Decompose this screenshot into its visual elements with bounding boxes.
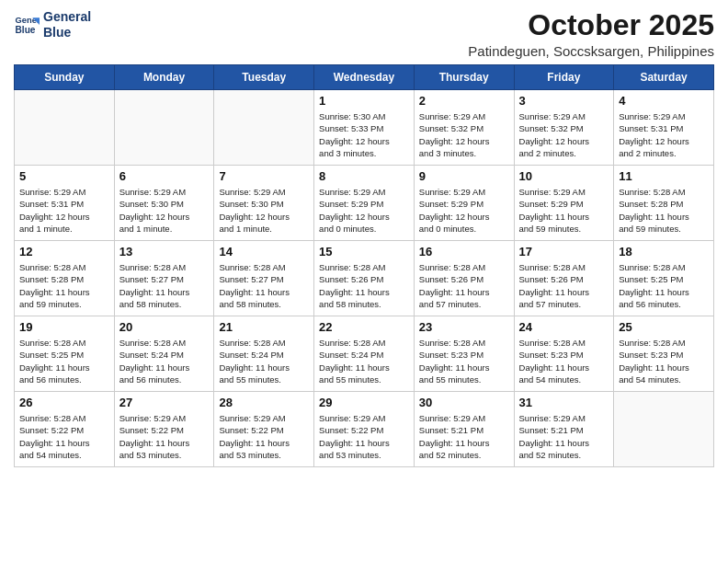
cell-info-27: Sunrise: 5:29 AM Sunset: 5:22 PM Dayligh… — [119, 412, 210, 461]
cell-date-29: 29 — [319, 396, 409, 409]
calendar-cell-27: 27Sunrise: 5:29 AM Sunset: 5:22 PM Dayli… — [114, 392, 214, 467]
calendar-cell-8: 8Sunrise: 5:29 AM Sunset: 5:29 PM Daylig… — [314, 166, 415, 241]
calendar-cell-21: 21Sunrise: 5:28 AM Sunset: 5:24 PM Dayli… — [214, 316, 314, 392]
cell-date-11: 11 — [619, 169, 709, 183]
cell-info-16: Sunrise: 5:28 AM Sunset: 5:26 PM Dayligh… — [419, 261, 509, 310]
cell-info-13: Sunrise: 5:28 AM Sunset: 5:27 PM Dayligh… — [119, 261, 210, 310]
week-row-3: 12Sunrise: 5:28 AM Sunset: 5:28 PM Dayli… — [15, 241, 714, 316]
calendar-cell-9: 9Sunrise: 5:29 AM Sunset: 5:29 PM Daylig… — [414, 166, 514, 241]
cell-info-14: Sunrise: 5:28 AM Sunset: 5:27 PM Dayligh… — [219, 261, 309, 310]
cell-info-4: Sunrise: 5:29 AM Sunset: 5:31 PM Dayligh… — [619, 110, 709, 159]
calendar-cell-26: 26Sunrise: 5:28 AM Sunset: 5:22 PM Dayli… — [15, 392, 115, 467]
calendar-cell-12: 12Sunrise: 5:28 AM Sunset: 5:28 PM Dayli… — [15, 241, 115, 316]
day-header-saturday: Saturday — [614, 65, 714, 90]
cell-info-11: Sunrise: 5:28 AM Sunset: 5:28 PM Dayligh… — [619, 186, 709, 235]
cell-date-1: 1 — [319, 94, 409, 108]
cell-info-18: Sunrise: 5:28 AM Sunset: 5:25 PM Dayligh… — [619, 261, 709, 310]
cell-date-7: 7 — [219, 169, 309, 183]
calendar-cell-empty — [214, 90, 314, 166]
cell-info-5: Sunrise: 5:29 AM Sunset: 5:31 PM Dayligh… — [19, 186, 109, 235]
cell-date-6: 6 — [119, 169, 210, 183]
cell-date-16: 16 — [419, 245, 509, 259]
cell-date-12: 12 — [19, 245, 109, 259]
day-header-sunday: Sunday — [15, 65, 115, 90]
cell-info-3: Sunrise: 5:29 AM Sunset: 5:32 PM Dayligh… — [519, 110, 609, 159]
cell-date-2: 2 — [419, 94, 509, 108]
cell-info-6: Sunrise: 5:29 AM Sunset: 5:30 PM Dayligh… — [119, 186, 210, 235]
calendar-cell-1: 1Sunrise: 5:30 AM Sunset: 5:33 PM Daylig… — [314, 90, 415, 166]
location-title: Patindeguen, Soccsksargen, Philippines — [468, 43, 714, 59]
title-block: October 2025 Patindeguen, Soccsksargen, … — [468, 9, 714, 59]
cell-info-29: Sunrise: 5:29 AM Sunset: 5:22 PM Dayligh… — [319, 412, 409, 461]
calendar-cell-empty — [15, 90, 115, 166]
cell-date-3: 3 — [519, 94, 609, 108]
cell-info-9: Sunrise: 5:29 AM Sunset: 5:29 PM Dayligh… — [419, 186, 509, 235]
month-title: October 2025 — [468, 9, 714, 41]
cell-info-24: Sunrise: 5:28 AM Sunset: 5:23 PM Dayligh… — [519, 337, 609, 385]
cell-date-20: 20 — [119, 320, 210, 334]
calendar-cell-20: 20Sunrise: 5:28 AM Sunset: 5:24 PM Dayli… — [114, 316, 214, 392]
cell-date-28: 28 — [219, 396, 309, 409]
header: General Blue General Blue October 2025 P… — [14, 9, 714, 59]
calendar-cell-10: 10Sunrise: 5:29 AM Sunset: 5:29 PM Dayli… — [514, 166, 614, 241]
cell-info-22: Sunrise: 5:28 AM Sunset: 5:24 PM Dayligh… — [319, 337, 409, 385]
week-row-5: 26Sunrise: 5:28 AM Sunset: 5:22 PM Dayli… — [15, 392, 714, 467]
cell-date-14: 14 — [219, 245, 309, 259]
logo-icon: General Blue — [14, 12, 40, 38]
cell-date-23: 23 — [419, 320, 509, 334]
cell-info-10: Sunrise: 5:29 AM Sunset: 5:29 PM Dayligh… — [519, 186, 609, 235]
cell-info-30: Sunrise: 5:29 AM Sunset: 5:21 PM Dayligh… — [419, 412, 509, 461]
cell-date-4: 4 — [619, 94, 709, 108]
calendar-cell-22: 22Sunrise: 5:28 AM Sunset: 5:24 PM Dayli… — [314, 316, 415, 392]
calendar-cell-empty — [614, 392, 714, 467]
cell-date-9: 9 — [419, 169, 509, 183]
calendar-cell-30: 30Sunrise: 5:29 AM Sunset: 5:21 PM Dayli… — [414, 392, 514, 467]
day-header-tuesday: Tuesday — [214, 65, 314, 90]
calendar-cell-29: 29Sunrise: 5:29 AM Sunset: 5:22 PM Dayli… — [314, 392, 415, 467]
calendar-cell-24: 24Sunrise: 5:28 AM Sunset: 5:23 PM Dayli… — [514, 316, 614, 392]
cell-info-20: Sunrise: 5:28 AM Sunset: 5:24 PM Dayligh… — [119, 337, 210, 385]
cell-date-5: 5 — [19, 169, 109, 183]
calendar-cell-3: 3Sunrise: 5:29 AM Sunset: 5:32 PM Daylig… — [514, 90, 614, 166]
cell-date-8: 8 — [319, 169, 409, 183]
calendar-cell-6: 6Sunrise: 5:29 AM Sunset: 5:30 PM Daylig… — [114, 166, 214, 241]
cell-info-1: Sunrise: 5:30 AM Sunset: 5:33 PM Dayligh… — [319, 110, 409, 159]
cell-date-18: 18 — [619, 245, 709, 259]
week-row-2: 5Sunrise: 5:29 AM Sunset: 5:31 PM Daylig… — [15, 166, 714, 241]
cell-info-19: Sunrise: 5:28 AM Sunset: 5:25 PM Dayligh… — [19, 337, 109, 385]
calendar-cell-18: 18Sunrise: 5:28 AM Sunset: 5:25 PM Dayli… — [614, 241, 714, 316]
cell-info-15: Sunrise: 5:28 AM Sunset: 5:26 PM Dayligh… — [319, 261, 409, 310]
cell-date-24: 24 — [519, 320, 609, 334]
day-header-wednesday: Wednesday — [314, 65, 415, 90]
cell-date-27: 27 — [119, 396, 210, 409]
cell-date-26: 26 — [19, 396, 109, 409]
cell-info-28: Sunrise: 5:29 AM Sunset: 5:22 PM Dayligh… — [219, 412, 309, 461]
cell-date-19: 19 — [19, 320, 109, 334]
day-header-friday: Friday — [514, 65, 614, 90]
cell-date-15: 15 — [319, 245, 409, 259]
day-header-thursday: Thursday — [414, 65, 514, 90]
cell-date-22: 22 — [319, 320, 409, 334]
cell-info-25: Sunrise: 5:28 AM Sunset: 5:23 PM Dayligh… — [619, 337, 709, 385]
calendar-cell-28: 28Sunrise: 5:29 AM Sunset: 5:22 PM Dayli… — [214, 392, 314, 467]
calendar-cell-empty — [114, 90, 214, 166]
week-row-4: 19Sunrise: 5:28 AM Sunset: 5:25 PM Dayli… — [15, 316, 714, 392]
calendar-cell-13: 13Sunrise: 5:28 AM Sunset: 5:27 PM Dayli… — [114, 241, 214, 316]
cell-info-17: Sunrise: 5:28 AM Sunset: 5:26 PM Dayligh… — [519, 261, 609, 310]
cell-date-13: 13 — [119, 245, 210, 259]
cell-date-21: 21 — [219, 320, 309, 334]
calendar-cell-14: 14Sunrise: 5:28 AM Sunset: 5:27 PM Dayli… — [214, 241, 314, 316]
cell-info-8: Sunrise: 5:29 AM Sunset: 5:29 PM Dayligh… — [319, 186, 409, 235]
calendar-cell-5: 5Sunrise: 5:29 AM Sunset: 5:31 PM Daylig… — [15, 166, 115, 241]
cell-date-10: 10 — [519, 169, 609, 183]
cell-date-25: 25 — [619, 320, 709, 334]
logo-text-line1: General — [43, 9, 91, 25]
calendar-cell-25: 25Sunrise: 5:28 AM Sunset: 5:23 PM Dayli… — [614, 316, 714, 392]
calendar-table: SundayMondayTuesdayWednesdayThursdayFrid… — [14, 64, 714, 467]
calendar-cell-19: 19Sunrise: 5:28 AM Sunset: 5:25 PM Dayli… — [15, 316, 115, 392]
cell-date-17: 17 — [519, 245, 609, 259]
svg-text:Blue: Blue — [16, 25, 36, 35]
cell-info-12: Sunrise: 5:28 AM Sunset: 5:28 PM Dayligh… — [19, 261, 109, 310]
calendar-cell-17: 17Sunrise: 5:28 AM Sunset: 5:26 PM Dayli… — [514, 241, 614, 316]
calendar-cell-16: 16Sunrise: 5:28 AM Sunset: 5:26 PM Dayli… — [414, 241, 514, 316]
